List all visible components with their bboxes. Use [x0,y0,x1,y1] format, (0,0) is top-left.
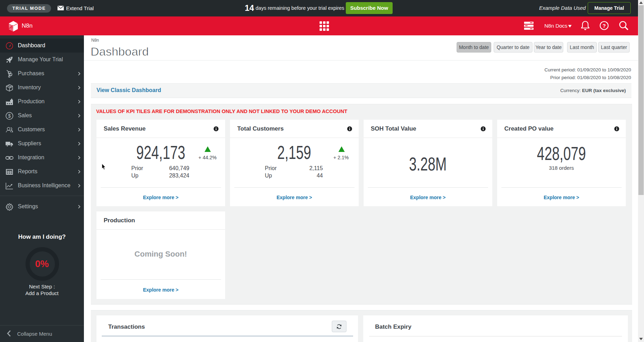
svg-text:$: $ [8,113,11,119]
svg-text:?: ? [602,23,606,29]
